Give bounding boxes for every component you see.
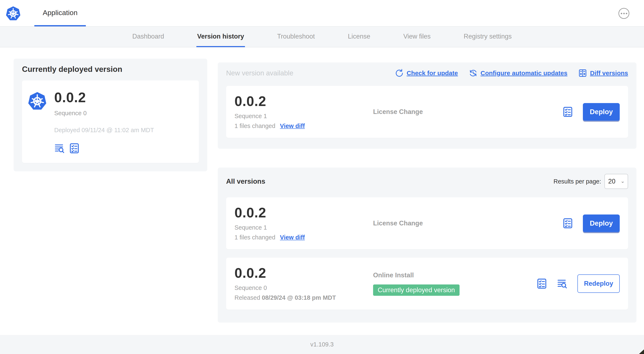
deploy-button[interactable]: Deploy (583, 103, 620, 121)
currently-deployed-card: Currently deployed version 0.0.2 Sequenc… (14, 59, 207, 171)
tab-license[interactable]: License (347, 27, 371, 47)
ellipsis-circle-icon (621, 13, 622, 14)
tab-troubleshoot[interactable]: Troubleshoot (276, 27, 316, 47)
diff-icon (578, 69, 587, 78)
app-tab-application[interactable]: Application (34, 0, 86, 26)
panel-actions: Check for update Configure automatic upd… (395, 69, 628, 78)
version-sequence: Sequence 1 (234, 224, 373, 231)
kubernetes-logo-icon (5, 5, 21, 22)
kubernetes-app-icon (27, 91, 48, 111)
version-info: 0.0.2 Sequence 1 1 files changed View di… (234, 206, 373, 241)
checklist-icon[interactable] (562, 106, 573, 117)
version-row-sequence-0: 0.0.2 Sequence 0 Released 08/29/24 @ 03:… (226, 258, 628, 309)
check-for-update-link[interactable]: Check for update (395, 69, 458, 78)
version-source: License Change (373, 219, 562, 227)
version-source: License Change (373, 108, 562, 116)
currently-deployed-title: Currently deployed version (22, 65, 199, 74)
released-prefix: Released (234, 294, 260, 301)
tab-version-history[interactable]: Version history (196, 27, 245, 47)
currently-deployed-meta: 0.0.2 Sequence 0 Deployed 09/11/24 @ 11:… (54, 91, 154, 154)
deploy-button[interactable]: Deploy (583, 214, 620, 232)
header-spacer (86, 0, 618, 26)
redeploy-button[interactable]: Redeploy (578, 274, 620, 293)
version-source: Online Install Currently deployed versio… (373, 271, 536, 296)
deployed-sequence: Sequence 0 (54, 110, 154, 117)
version-row-sequence-1: 0.0.2 Sequence 1 1 files changed View di… (226, 197, 628, 249)
logs-icon[interactable] (557, 278, 568, 289)
view-diff-link[interactable]: View diff (280, 123, 305, 129)
results-per-page-label: Results per page: (554, 178, 601, 185)
version-info: 0.0.2 Sequence 1 1 files changed View di… (234, 94, 373, 129)
checklist-icon[interactable] (536, 278, 547, 289)
new-version-panel: New version available Check for update C… (218, 63, 636, 149)
kots-admin-page: Application Dashboard Version history Tr… (0, 0, 644, 354)
source-label: License Change (373, 219, 423, 227)
diff-versions-link[interactable]: Diff versions (578, 69, 628, 78)
source-label: Online Install (373, 271, 414, 279)
released-line: Released 08/29/24 @ 03:18 pm MDT (234, 294, 373, 301)
section-nav: Dashboard Version history Troubleshoot L… (0, 27, 644, 47)
version-actions: Deploy (562, 214, 620, 232)
version-info: 0.0.2 Sequence 0 Released 08/29/24 @ 03:… (234, 266, 373, 301)
right-column: New version available Check for update C… (218, 63, 636, 335)
deployed-version-number: 0.0.2 (54, 91, 154, 104)
version-actions: Redeploy (536, 274, 620, 293)
app-tab-label: Application (43, 9, 78, 17)
results-per-page-select[interactable]: 20 ⌄ (604, 174, 628, 189)
chevron-down-icon: ⌄ (620, 179, 625, 184)
files-changed-line: 1 files changed View diff (234, 234, 373, 241)
tab-dashboard[interactable]: Dashboard (132, 27, 165, 47)
source-label: License Change (373, 108, 423, 115)
checklist-icon[interactable] (562, 218, 573, 229)
auto-update-clock-icon (469, 69, 478, 78)
checklist-icon[interactable] (69, 143, 80, 154)
new-version-row: 0.0.2 Sequence 1 1 files changed View di… (226, 86, 628, 138)
configure-automatic-updates-link[interactable]: Configure automatic updates (469, 69, 567, 78)
tab-registry-settings[interactable]: Registry settings (463, 27, 512, 47)
version-number: 0.0.2 (234, 266, 373, 280)
all-versions-panel-head: All versions Results per page: 20 ⌄ (226, 174, 628, 189)
currently-deployed-badge: Currently deployed version (373, 284, 460, 296)
results-per-page-value: 20 (608, 178, 615, 185)
mouse-cursor (639, 349, 644, 354)
files-changed-label: 1 files changed (234, 234, 275, 241)
more-menu-button[interactable] (618, 8, 629, 19)
deployed-timestamp: Deployed 09/11/24 @ 11:02 am MDT (54, 127, 154, 134)
refresh-icon (395, 69, 404, 78)
deployed-actions (54, 143, 154, 154)
console-version: v1.109.3 (310, 341, 334, 348)
logs-icon[interactable] (54, 143, 65, 154)
new-version-panel-head: New version available Check for update C… (226, 69, 628, 78)
files-changed-label: 1 files changed (234, 123, 275, 129)
app-footer: v1.109.3 (0, 335, 644, 354)
tab-view-files[interactable]: View files (402, 27, 431, 47)
files-changed-line: 1 files changed View diff (234, 123, 373, 129)
new-version-title: New version available (226, 69, 293, 77)
view-diff-link[interactable]: View diff (280, 234, 305, 241)
version-number: 0.0.2 (234, 94, 373, 108)
all-versions-panel: All versions Results per page: 20 ⌄ 0.0.… (218, 168, 636, 322)
app-header: Application (0, 0, 644, 27)
released-date: 08/29/24 @ 03:18 pm MDT (262, 294, 336, 301)
all-versions-title: All versions (226, 177, 265, 185)
version-sequence: Sequence 1 (234, 113, 373, 120)
main-content: Currently deployed version 0.0.2 Sequenc… (0, 47, 644, 335)
version-actions: Deploy (562, 103, 620, 121)
version-sequence: Sequence 0 (234, 284, 373, 291)
currently-deployed-version-tile: 0.0.2 Sequence 0 Deployed 09/11/24 @ 11:… (22, 81, 199, 163)
version-number: 0.0.2 (234, 206, 373, 219)
results-per-page: Results per page: 20 ⌄ (554, 174, 628, 189)
